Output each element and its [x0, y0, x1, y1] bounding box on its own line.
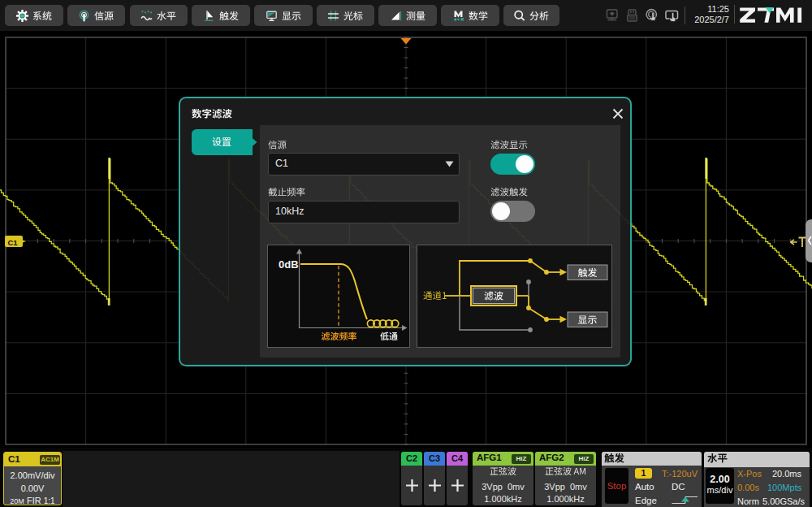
svg-text:0dB: 0dB: [279, 258, 299, 271]
svg-text:C1: C1: [8, 238, 19, 247]
